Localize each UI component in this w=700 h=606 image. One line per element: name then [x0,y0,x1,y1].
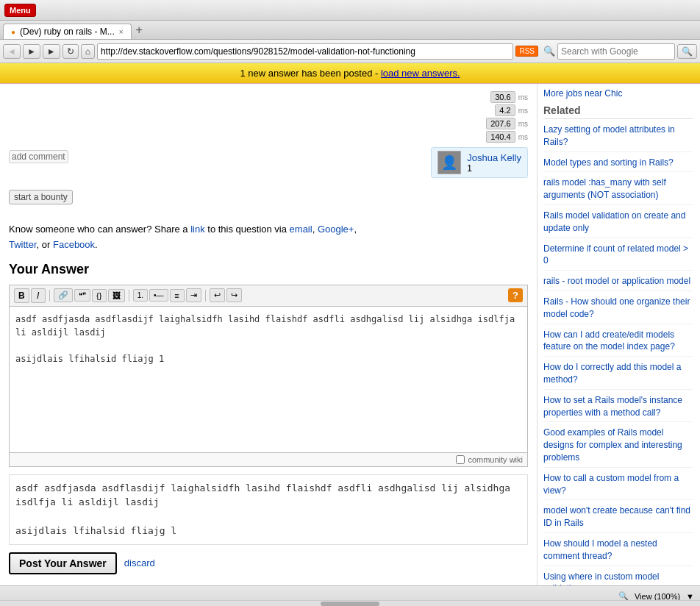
preview-line3: asijdlais lfihalsid fliajg l [15,524,521,538]
editor-content[interactable]: asdf asdfjasda asdflasdijf laighalsidfh … [9,306,528,453]
timing-value-4: 140.4 [486,131,515,143]
preview-area: asdf asdfjasda asdflasdijf laighalsidfh … [9,474,528,545]
back-button[interactable]: ◄ [3,44,21,59]
related-link-0[interactable]: Lazy setting of model attributes in Rail… [543,124,693,152]
main-content: 30.6 ms 4.2 ms 207.6 ms 140.4 ms 👤 Joshu… [0,84,537,585]
preview-line2 [15,510,521,524]
redo-button[interactable]: ↪ [226,288,242,302]
related-link-14[interactable]: Using where in custom model validation [543,571,693,585]
your-answer-heading: Your Answer [9,262,528,277]
post-answer-button[interactable]: Post Your Answer [9,552,117,574]
share-comma2: , [354,224,357,235]
refresh-button[interactable]: ↻ [63,44,79,59]
discard-link[interactable]: discard [124,557,155,568]
search-input[interactable] [557,43,675,60]
editor-line1: asdf asdfjasda asdflasdijf laighalsidfh … [15,313,521,339]
editor-line2 [15,339,521,352]
share-facebook-link[interactable]: Facebook [53,239,95,250]
new-tab-button[interactable]: + [132,24,147,37]
tab-bar: ● (Dev) ruby on rails - M... × + [0,21,700,40]
load-answers-link[interactable]: load new answers. [381,68,460,79]
related-link-6[interactable]: Rails - How should one organize their mo… [543,296,693,324]
timing-unit-3: ms [518,120,528,128]
search-engine-icon: 🔍 [543,46,555,57]
related-links-list: Lazy setting of model attributes in Rail… [543,124,693,585]
rss-button[interactable]: RSS [515,46,538,57]
editor-line3: asijdlais lfihalsid fliajg 1 [15,352,521,366]
code-button[interactable]: {} [92,289,107,302]
browser-tab[interactable]: ● (Dev) ruby on rails - M... × [3,24,132,39]
nav-bar: ◄ ► ► ↻ ⌂ RSS 🔍 🔍 [0,40,700,63]
add-comment-link[interactable]: add comment [9,150,68,163]
related-link-9[interactable]: How to set a Rails model's instance prop… [543,394,693,423]
timing-unit-2: ms [518,107,528,115]
timing-unit-4: ms [518,133,528,141]
start-bounty-button[interactable]: start a bounty [9,190,73,204]
ul-button[interactable]: •— [149,289,168,302]
related-link-8[interactable]: How do I correctly add this model a meth… [543,361,693,390]
notification-text: 1 new answer has been posted - [240,68,381,79]
share-prefix: Know someone who can answer? Share a [9,224,190,235]
preview-line1: asdf asdfjasda asdflasdijf laighalsidfh … [15,481,521,510]
community-wiki-label: community wiki [468,455,523,464]
related-link-1[interactable]: Model types and sorting in Rails? [543,157,693,173]
avatar-image: 👤 [441,154,457,171]
indent-button[interactable]: ⇥ [186,288,201,302]
timing-row-1: 30.6 ms [490,91,528,103]
undo-button[interactable]: ↩ [210,288,225,302]
toolbar-sep-1 [49,290,50,302]
jobs-link[interactable]: More jobs near Chic [543,88,622,99]
blockquote-button[interactable]: ❝❞ [74,289,90,302]
forward-button[interactable]: ► [23,44,40,59]
search-go-button[interactable]: 🔍 [677,44,697,59]
timing-row-3: 207.6 ms [486,118,528,129]
image-button[interactable]: 🖼 [108,289,125,302]
toolbar-sep-2 [129,290,129,302]
related-link-13[interactable]: How should I model a nested comment thre… [543,538,693,566]
share-comma1: , [312,224,315,235]
align-button[interactable]: ≡ [170,289,185,302]
related-link-5[interactable]: rails - root model or application model [543,275,693,291]
related-link-12[interactable]: model won't create because can't find ID… [543,505,693,533]
timing-value-3: 207.6 [486,118,515,129]
timing-row-2: 4.2 ms [495,104,528,116]
related-link-4[interactable]: Determine if count of related model > 0 [543,243,693,271]
bold-button[interactable]: B [14,288,29,303]
share-email-link[interactable]: email [290,224,312,235]
share-period: . [95,239,98,250]
user-card: 👤 Joshua Kelly 1 [431,147,528,178]
help-button[interactable]: ? [508,288,523,302]
related-link-3[interactable]: Rails model validation on create and upd… [543,210,693,238]
title-bar-left: Menu [4,4,36,17]
related-link-2[interactable]: rails model :has_many with self argument… [543,177,693,205]
address-bar[interactable] [97,43,514,60]
user-info: Joshua Kelly 1 [467,152,521,174]
tab-close-button[interactable]: × [119,28,124,36]
share-link[interactable]: link [190,224,205,235]
ol-button[interactable]: 1. [133,289,148,302]
tab-title: (Dev) ruby on rails - M... [20,26,115,37]
community-wiki-checkbox[interactable] [456,455,465,464]
share-gplus-link[interactable]: Google+ [318,224,354,235]
more-nav-button[interactable]: ► [43,44,60,59]
link-button[interactable]: 🔗 [54,288,73,302]
user-name[interactable]: Joshua Kelly [467,152,521,163]
chevron-down-icon[interactable]: ▼ [686,592,694,601]
tab-icon: ● [11,28,15,36]
share-middle: to this question via [205,224,290,235]
editor-toolbar: B I 🔗 ❝❞ {} 🖼 1. •— ≡ ⇥ ↩ ↪ ? [9,285,528,306]
related-link-10[interactable]: Good examples of Rails model designs for… [543,427,693,467]
share-twitter-link[interactable]: Twitter [9,239,37,250]
timing-value-2: 4.2 [495,104,515,116]
toolbar-sep-3 [205,290,206,302]
timing-section: 30.6 ms 4.2 ms 207.6 ms 140.4 ms [9,91,528,144]
home-button[interactable]: ⌂ [81,44,95,59]
related-link-11[interactable]: How to call a custom model from a view? [543,472,693,501]
menu-button[interactable]: Menu [4,4,36,17]
timing-row-4: 140.4 ms [486,131,528,143]
title-bar: Menu [0,0,700,21]
sidebar: More jobs near Chic Related Lazy setting… [537,84,699,585]
related-link-7[interactable]: How can I add create/edit models feature… [543,329,693,357]
avatar: 👤 [438,151,461,174]
italic-button[interactable]: I [31,288,46,303]
